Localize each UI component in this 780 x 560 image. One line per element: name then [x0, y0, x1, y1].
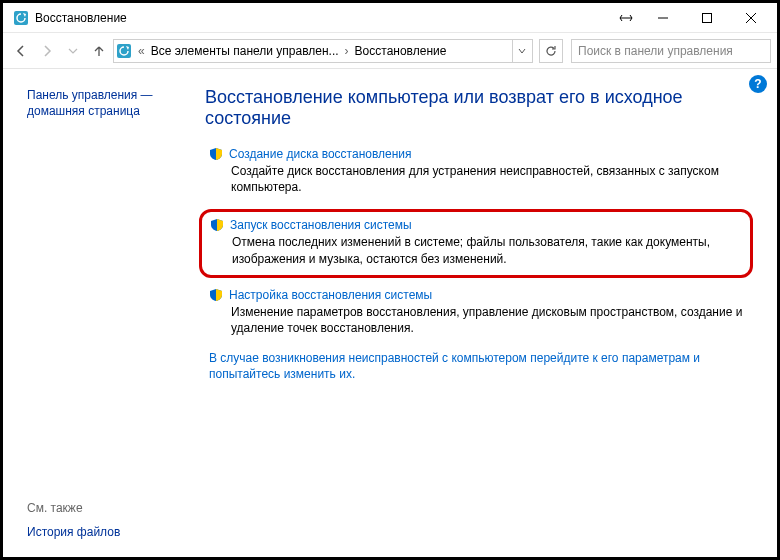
- recovery-item: Настройка восстановления системы Изменен…: [205, 288, 753, 336]
- search-box[interactable]: [571, 39, 771, 63]
- drag-icon: [611, 4, 641, 32]
- location-icon: [116, 43, 132, 59]
- titlebar: Восстановление: [3, 3, 777, 33]
- recovery-item: Создание диска восстановления Создайте д…: [205, 147, 753, 195]
- highlighted-region: Запуск восстановления системы Отмена пос…: [199, 209, 753, 277]
- close-button[interactable]: [729, 4, 773, 32]
- help-button[interactable]: ?: [749, 75, 767, 93]
- up-button[interactable]: [87, 39, 111, 63]
- window-title: Восстановление: [35, 11, 127, 25]
- svg-rect-0: [14, 11, 28, 25]
- maximize-button[interactable]: [685, 4, 729, 32]
- app-icon: [13, 10, 29, 26]
- file-history-link[interactable]: История файлов: [27, 525, 183, 539]
- address-bar: « Все элементы панели управлен... › Восс…: [3, 33, 777, 69]
- content-area: ? Панель управления — домашняя страница …: [3, 69, 777, 557]
- shield-icon: [210, 218, 224, 232]
- svg-rect-3: [117, 44, 131, 58]
- sidebar: Панель управления — домашняя страница См…: [3, 69, 193, 557]
- forward-button[interactable]: [35, 39, 59, 63]
- address-dropdown-button[interactable]: [512, 40, 530, 62]
- shield-icon: [209, 147, 223, 161]
- address-box[interactable]: « Все элементы панели управлен... › Восс…: [113, 39, 533, 63]
- main-panel: Восстановление компьютера или возврат ег…: [193, 69, 777, 557]
- open-system-restore-link[interactable]: Запуск восстановления системы: [230, 218, 412, 232]
- control-panel-home-link[interactable]: Панель управления — домашняя страница: [27, 87, 183, 119]
- item-desc: Отмена последних изменений в системе; фа…: [210, 234, 742, 266]
- create-recovery-drive-link[interactable]: Создание диска восстановления: [229, 147, 412, 161]
- refresh-button[interactable]: [539, 39, 563, 63]
- chevron-right-icon[interactable]: ›: [343, 44, 351, 58]
- overflow-chevron-icon[interactable]: «: [136, 44, 147, 58]
- back-button[interactable]: [9, 39, 33, 63]
- item-desc: Изменение параметров восстановления, упр…: [209, 304, 753, 336]
- page-heading: Восстановление компьютера или возврат ег…: [205, 87, 753, 129]
- recent-dropdown-button[interactable]: [61, 39, 85, 63]
- breadcrumb-segment[interactable]: Восстановление: [355, 44, 447, 58]
- see-also-label: См. также: [27, 501, 183, 515]
- minimize-button[interactable]: [641, 4, 685, 32]
- pc-settings-link[interactable]: В случае возникновения неисправностей с …: [209, 350, 753, 382]
- svg-rect-2: [703, 13, 712, 22]
- item-desc: Создайте диск восстановления для устране…: [209, 163, 753, 195]
- configure-system-restore-link[interactable]: Настройка восстановления системы: [229, 288, 432, 302]
- window: Восстановление: [0, 0, 780, 560]
- shield-icon: [209, 288, 223, 302]
- breadcrumb-segment[interactable]: Все элементы панели управлен...: [151, 44, 339, 58]
- recovery-item: Запуск восстановления системы Отмена пос…: [206, 218, 742, 266]
- search-input[interactable]: [576, 43, 766, 59]
